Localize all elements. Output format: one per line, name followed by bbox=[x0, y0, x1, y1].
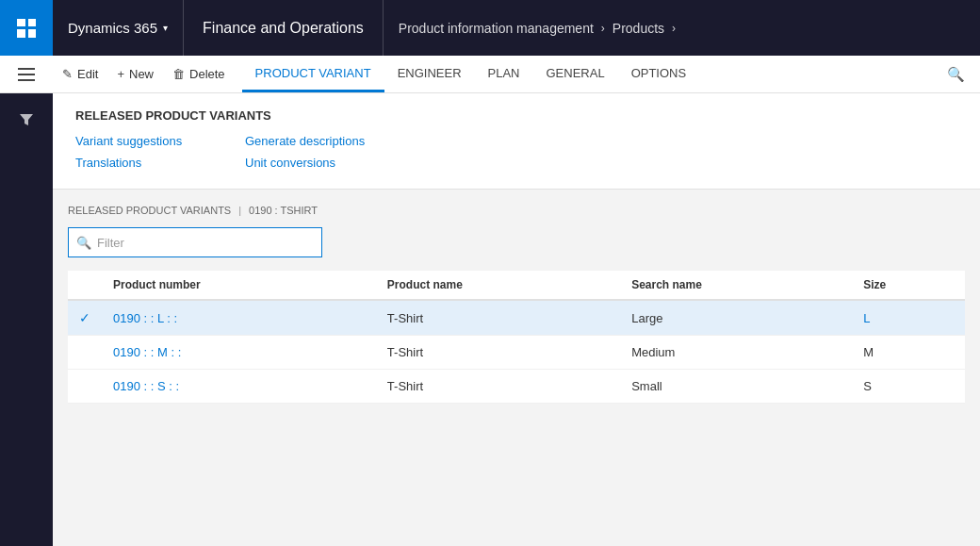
filter-sidebar-button[interactable] bbox=[8, 101, 45, 139]
col-check bbox=[68, 271, 102, 300]
waffle-icon bbox=[17, 19, 36, 38]
tab-options[interactable]: OPTIONS bbox=[618, 56, 700, 92]
breadcrumb-section: Products bbox=[612, 21, 664, 36]
edit-icon: ✎ bbox=[62, 67, 73, 81]
edit-button[interactable]: ✎ Edit bbox=[53, 59, 107, 90]
tab-area: PRODUCT VARIANT ENGINEER PLAN GENERAL OP… bbox=[242, 56, 939, 92]
col-size: Size bbox=[852, 271, 965, 300]
search-name-s: Small bbox=[620, 370, 852, 404]
size-s: S bbox=[852, 370, 965, 404]
delete-label: Delete bbox=[189, 67, 225, 81]
col-product-name: Product name bbox=[376, 271, 620, 300]
variant-suggestions-link[interactable]: Variant suggestions bbox=[75, 134, 245, 148]
tab-product-variant[interactable]: PRODUCT VARIANT bbox=[242, 56, 384, 92]
hamburger-icon bbox=[18, 68, 35, 81]
hamburger-button[interactable] bbox=[0, 56, 53, 93]
data-table: Product number Product name Search name … bbox=[68, 271, 965, 404]
breadcrumb: Product information management › Product… bbox=[384, 0, 980, 56]
delete-icon: 🗑 bbox=[172, 67, 185, 81]
left-sidebar bbox=[0, 93, 53, 546]
dynamics365-nav[interactable]: Dynamics 365 ▾ bbox=[53, 0, 184, 56]
data-panel-header: RELEASED PRODUCT VARIANTS | 0190 : TSHIR… bbox=[68, 205, 965, 216]
new-label: New bbox=[129, 67, 154, 81]
filter-box: 🔍 bbox=[68, 227, 322, 257]
breadcrumb-chevron2: › bbox=[672, 22, 676, 35]
table-row[interactable]: 0190 : : M : : T-Shirt Medium M bbox=[68, 336, 965, 370]
action-panel-title: RELEASED PRODUCT VARIANTS bbox=[75, 108, 957, 123]
tab-plan[interactable]: PLAN bbox=[475, 56, 533, 92]
new-icon: + bbox=[117, 67, 124, 81]
delete-button[interactable]: 🗑 Delete bbox=[163, 59, 235, 90]
table-row[interactable]: 0190 : : S : : T-Shirt Small S bbox=[68, 370, 965, 404]
header-separator: | bbox=[238, 205, 241, 216]
record-id: 0190 : TSHIRT bbox=[249, 205, 318, 216]
breadcrumb-chevron1: › bbox=[601, 22, 605, 35]
translations-link[interactable]: Translations bbox=[75, 156, 245, 170]
filter-input[interactable] bbox=[97, 236, 314, 250]
app-icon[interactable] bbox=[0, 0, 53, 56]
product-number-l[interactable]: 0190 : : L : : bbox=[102, 300, 376, 336]
row-check-m bbox=[68, 336, 102, 370]
product-number-s[interactable]: 0190 : : S : : bbox=[102, 370, 376, 404]
edit-label: Edit bbox=[77, 67, 98, 81]
action-links: Variant suggestions Generate description… bbox=[75, 134, 957, 170]
dynamics365-chevron: ▾ bbox=[163, 23, 168, 33]
search-name-l: Large bbox=[620, 300, 852, 336]
row-check-l: ✓ bbox=[68, 300, 102, 336]
finance-operations-title: Finance and Operations bbox=[184, 0, 384, 56]
col-search-name: Search name bbox=[620, 271, 852, 300]
product-name-l: T-Shirt bbox=[376, 300, 620, 336]
breadcrumb-module: Product information management bbox=[399, 21, 594, 36]
data-breadcrumb: RELEASED PRODUCT VARIANTS bbox=[68, 205, 231, 216]
new-button[interactable]: + New bbox=[107, 59, 163, 90]
table-header-row: Product number Product name Search name … bbox=[68, 271, 965, 300]
table-row[interactable]: ✓ 0190 : : L : : T-Shirt Large L bbox=[68, 300, 965, 336]
data-panel: RELEASED PRODUCT VARIANTS | 0190 : TSHIR… bbox=[53, 190, 980, 546]
action-panel: RELEASED PRODUCT VARIANTS Variant sugges… bbox=[53, 93, 980, 190]
dynamics365-label: Dynamics 365 bbox=[68, 20, 157, 36]
size-l[interactable]: L bbox=[852, 300, 965, 336]
content-panel: RELEASED PRODUCT VARIANTS Variant sugges… bbox=[53, 93, 980, 546]
filter-search-icon: 🔍 bbox=[76, 236, 91, 250]
product-name-s: T-Shirt bbox=[376, 370, 620, 404]
top-nav: Dynamics 365 ▾ Finance and Operations Pr… bbox=[0, 0, 980, 56]
tab-engineer[interactable]: ENGINEER bbox=[384, 56, 475, 92]
generate-descriptions-link[interactable]: Generate descriptions bbox=[245, 134, 957, 148]
toolbar: ✎ Edit + New 🗑 Delete PRODUCT VARIANT EN… bbox=[0, 56, 980, 93]
tab-general[interactable]: GENERAL bbox=[533, 56, 618, 92]
product-name-m: T-Shirt bbox=[376, 336, 620, 370]
search-name-m: Medium bbox=[620, 336, 852, 370]
row-check-s bbox=[68, 370, 102, 404]
search-button[interactable]: 🔍 bbox=[939, 59, 972, 90]
main-content: RELEASED PRODUCT VARIANTS Variant sugges… bbox=[0, 93, 980, 546]
product-number-m[interactable]: 0190 : : M : : bbox=[102, 336, 376, 370]
size-m: M bbox=[852, 336, 965, 370]
unit-conversions-link[interactable]: Unit conversions bbox=[245, 156, 957, 170]
col-product-number: Product number bbox=[102, 271, 376, 300]
svg-marker-0 bbox=[20, 114, 33, 125]
